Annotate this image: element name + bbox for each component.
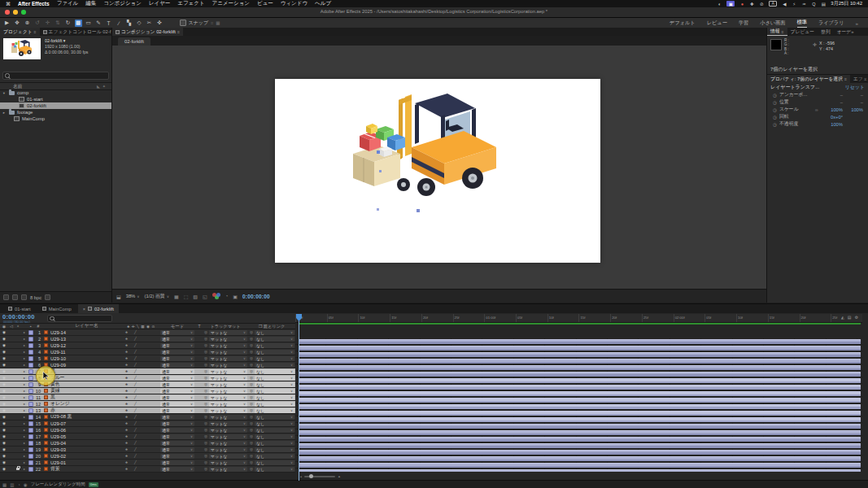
parent-dropdown[interactable]: なし∨ bbox=[255, 350, 294, 355]
tab-project[interactable]: プロジェクト ≡ bbox=[0, 28, 40, 36]
pickwhip-icon[interactable]: ◎ bbox=[249, 467, 254, 471]
menubar-status-icon[interactable]: ⚡ bbox=[792, 1, 796, 7]
menu-item[interactable]: 編集 bbox=[85, 0, 96, 7]
layer-duration-bar[interactable] bbox=[299, 404, 861, 409]
audio-toggle[interactable] bbox=[8, 349, 15, 355]
layer-row[interactable]: ◉ ▸ 12 オレンジ ♣╱ 通常∨ ◎マットな∨ ◎なし∨ bbox=[0, 401, 295, 407]
layer-switches[interactable]: ♣╱ bbox=[123, 420, 159, 426]
layer-switches[interactable]: ♣╱ bbox=[123, 434, 159, 439]
parent-dropdown[interactable]: なし∨ bbox=[255, 363, 294, 368]
layer-duration-bar[interactable] bbox=[299, 378, 861, 383]
pickwhip-icon[interactable]: ◎ bbox=[249, 408, 254, 412]
layer-row[interactable]: ◉ ▸ 1 U29-14 ♣╱ 通常∨ ◎マットな∨ ◎なし∨ bbox=[0, 329, 295, 336]
layer-duration-bar[interactable] bbox=[299, 417, 861, 422]
layer-name[interactable]: U29-11 bbox=[49, 349, 123, 355]
parent-dropdown[interactable]: なし∨ bbox=[255, 389, 294, 394]
property-value-y[interactable]: – bbox=[843, 100, 863, 105]
layer-duration-bar[interactable] bbox=[299, 456, 861, 461]
tab-properties[interactable]: プロパティ: 7個のレイヤーを選択≡ bbox=[767, 75, 850, 83]
workspace-tab[interactable]: 標準 bbox=[797, 19, 807, 28]
close-tab-icon[interactable]: × bbox=[83, 307, 85, 312]
menu-item[interactable]: レイヤー bbox=[149, 0, 170, 7]
layer-duration-bar[interactable] bbox=[299, 391, 861, 396]
layer-switches[interactable]: ♣╱ bbox=[123, 440, 159, 446]
visibility-toggle[interactable]: ◉ bbox=[0, 375, 8, 381]
visibility-toggle[interactable]: ◉ bbox=[0, 336, 8, 342]
composition-mini-flowchart-icon[interactable]: ▦ bbox=[2, 482, 7, 487]
camera-icon[interactable]: ▣ bbox=[233, 294, 238, 299]
layer-row[interactable]: ◉ ▸ 18 U29-04 ♣╱ 通常∨ ◎マットな∨ ◎なし∨ bbox=[0, 440, 295, 447]
resolution-dropdown[interactable]: (1/2) 画質∨ bbox=[145, 293, 169, 300]
audio-toggle[interactable] bbox=[8, 355, 15, 361]
visibility-toggle[interactable]: ◉ bbox=[0, 362, 8, 368]
twirl-arrow-icon[interactable]: ▸ bbox=[21, 427, 28, 433]
layer-name[interactable]: U29-02 bbox=[49, 453, 123, 459]
layer-switches[interactable]: ♣╱ bbox=[123, 336, 159, 342]
visibility-toggle[interactable]: ◉ bbox=[0, 388, 8, 394]
audio-toggle[interactable] bbox=[8, 466, 15, 472]
trash-icon[interactable] bbox=[45, 294, 50, 300]
menubar-status-icon[interactable]: Q bbox=[811, 1, 816, 7]
layer-duration-bar[interactable] bbox=[299, 359, 861, 364]
workspace-tab[interactable]: 学習 bbox=[739, 20, 748, 27]
tool-icon[interactable]: ∕ bbox=[116, 20, 123, 27]
parent-dropdown[interactable]: なし∨ bbox=[255, 356, 294, 361]
timeline-search-input[interactable] bbox=[47, 315, 112, 322]
zoom-window-button[interactable] bbox=[21, 10, 26, 15]
parent-dropdown[interactable]: なし∨ bbox=[255, 382, 294, 387]
layer-row[interactable]: ◉ ▸ 14 U29-08 黒 ♣╱ 通常∨ ◎マットな∨ ◎なし∨ bbox=[0, 414, 295, 420]
comp-viewer-tab[interactable]: 02-forklift bbox=[118, 37, 150, 46]
audio-toggle[interactable] bbox=[8, 336, 15, 342]
track-matte-dropdown[interactable]: マットな∨ bbox=[209, 363, 247, 368]
label-color-chip[interactable] bbox=[28, 368, 34, 374]
label-color-chip[interactable] bbox=[28, 355, 34, 361]
visibility-toggle[interactable]: ◉ bbox=[0, 401, 8, 407]
visibility-toggle[interactable]: ◉ bbox=[0, 349, 8, 355]
layer-switches[interactable]: ♣╱ bbox=[123, 401, 159, 407]
layer-name[interactable]: ブルー bbox=[49, 375, 123, 381]
blend-mode-dropdown[interactable]: 通常∨ bbox=[160, 395, 194, 400]
twirl-arrow-icon[interactable]: ▸ bbox=[21, 447, 28, 452]
layer-duration-bar[interactable] bbox=[299, 437, 861, 442]
layer-row[interactable]: ◉ ▸ 19 U29-03 ♣╱ 通常∨ ◎マットな∨ ◎なし∨ bbox=[0, 447, 295, 453]
menubar-status-icon[interactable]: ● bbox=[739, 1, 744, 7]
label-color-chip[interactable] bbox=[28, 394, 34, 400]
visibility-toggle[interactable]: ◉ bbox=[0, 420, 8, 426]
track-matte-dropdown[interactable]: マットな∨ bbox=[209, 441, 247, 446]
pickwhip-icon[interactable]: ◎ bbox=[249, 421, 254, 425]
blend-mode-dropdown[interactable]: 通常∨ bbox=[160, 356, 194, 361]
track-matte-dropdown[interactable]: マットな∨ bbox=[209, 434, 247, 439]
audio-toggle[interactable] bbox=[8, 342, 15, 348]
menu-item[interactable]: After Effects bbox=[18, 1, 50, 7]
visibility-toggle[interactable]: ◉ bbox=[0, 466, 8, 472]
blend-mode-dropdown[interactable]: 通常∨ bbox=[160, 389, 194, 394]
blend-mode-dropdown[interactable]: 通常∨ bbox=[160, 454, 194, 459]
pickwhip-icon[interactable]: ◎ bbox=[249, 415, 254, 419]
layer-switches[interactable]: ♣╱ bbox=[123, 368, 159, 374]
layer-duration-bar[interactable] bbox=[299, 398, 861, 403]
draft-3d-icon[interactable]: ▥ bbox=[10, 482, 14, 487]
workspace-tab[interactable]: ライブラリ bbox=[818, 20, 844, 27]
audio-toggle[interactable] bbox=[8, 375, 15, 381]
layer-switches[interactable]: ♣╱ bbox=[123, 329, 159, 335]
layer-row[interactable]: ◉ ▸ 10 黄緑 ♣╱ 通常∨ ◎マットな∨ ◎なし∨ bbox=[0, 388, 295, 394]
layer-name[interactable]: U29-06 bbox=[49, 427, 123, 433]
property-value-y[interactable]: – bbox=[843, 93, 863, 98]
audio-toggle[interactable] bbox=[8, 453, 15, 459]
pickwhip-icon[interactable]: ◎ bbox=[249, 389, 254, 393]
stopwatch-icon[interactable]: ◷ bbox=[770, 107, 779, 112]
menubar-status-icon[interactable]: ▣ bbox=[726, 1, 735, 7]
pickwhip-icon[interactable]: ◎ bbox=[249, 454, 254, 458]
blend-mode-dropdown[interactable]: 通常∨ bbox=[160, 447, 194, 452]
pickwhip-icon[interactable]: ◎ bbox=[249, 428, 254, 432]
layer-switches[interactable]: ♣╱ bbox=[123, 414, 159, 420]
tool-icon[interactable]: ◇ bbox=[136, 20, 143, 27]
menu-item[interactable]: エフェクト bbox=[177, 0, 204, 7]
blend-mode-dropdown[interactable]: 通常∨ bbox=[160, 330, 194, 335]
tool-icon[interactable]: ✛ bbox=[44, 20, 51, 27]
blend-mode-dropdown[interactable]: 通常∨ bbox=[160, 434, 194, 439]
project-search-input[interactable] bbox=[2, 72, 109, 80]
pickwhip-icon[interactable]: ◎ bbox=[249, 395, 254, 399]
region-of-interest-icon[interactable]: ▧ bbox=[193, 294, 198, 299]
close-window-button[interactable] bbox=[5, 10, 10, 15]
